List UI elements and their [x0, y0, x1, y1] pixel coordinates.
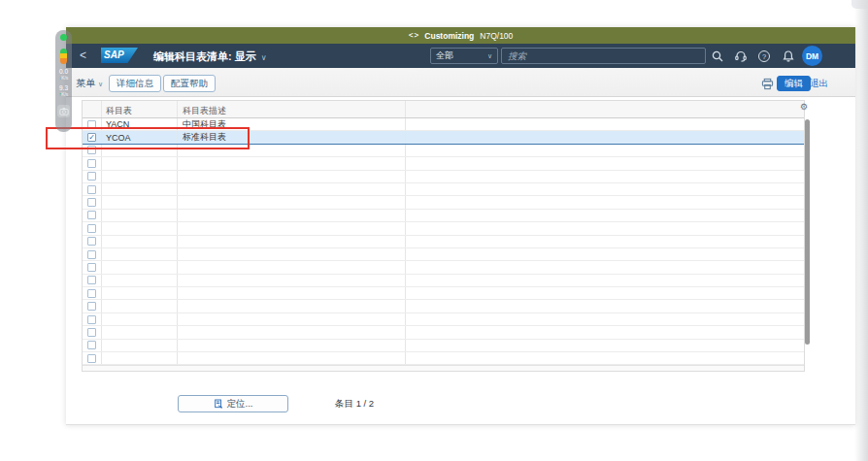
- user-avatar[interactable]: DM: [802, 46, 822, 66]
- table-row[interactable]: [83, 248, 804, 261]
- edit-button[interactable]: 编辑: [777, 76, 811, 91]
- bell-icon[interactable]: [782, 49, 795, 63]
- table-body: YACN中国科目表✓YCOA标准科目表: [83, 118, 804, 365]
- table-row[interactable]: [83, 287, 804, 300]
- row-checkbox[interactable]: [87, 354, 96, 363]
- row-checkbox[interactable]: [87, 146, 96, 154]
- table-row[interactable]: [83, 157, 804, 170]
- table-row[interactable]: YACN中国科目表: [83, 118, 804, 131]
- detail-info-button[interactable]: 详细信息: [109, 75, 161, 92]
- cell-description[interactable]: [178, 275, 406, 286]
- cell-description[interactable]: [178, 196, 406, 208]
- table-row[interactable]: ✓YCOA标准科目表: [83, 131, 804, 144]
- cell-chart-of-accounts[interactable]: [102, 145, 178, 156]
- cell-description[interactable]: 中国科目表: [178, 118, 406, 130]
- table-row[interactable]: [83, 300, 804, 313]
- cell-chart-of-accounts[interactable]: [102, 222, 178, 234]
- cell-description[interactable]: [178, 248, 406, 260]
- table-row[interactable]: [83, 222, 804, 235]
- cell-description[interactable]: [178, 326, 406, 338]
- cell-chart-of-accounts[interactable]: [102, 300, 178, 312]
- table-row[interactable]: [83, 275, 804, 287]
- camera-icon[interactable]: [57, 105, 70, 117]
- cell-description[interactable]: [178, 287, 406, 299]
- row-checkbox[interactable]: [87, 276, 96, 284]
- search-input[interactable]: [501, 48, 706, 64]
- config-help-button[interactable]: 配置帮助: [163, 75, 216, 92]
- cell-chart-of-accounts[interactable]: [102, 210, 178, 221]
- table-row[interactable]: [83, 352, 804, 365]
- cell-chart-of-accounts[interactable]: [102, 157, 178, 169]
- cell-description[interactable]: [178, 352, 406, 364]
- cell-description[interactable]: [178, 236, 406, 247]
- row-checkbox[interactable]: [87, 315, 96, 324]
- table-row[interactable]: [83, 183, 804, 196]
- back-button[interactable]: <: [80, 49, 86, 62]
- table-row[interactable]: [83, 326, 804, 339]
- table-row[interactable]: [83, 236, 804, 248]
- cell-chart-of-accounts[interactable]: [102, 171, 178, 182]
- table-row[interactable]: [83, 340, 804, 352]
- table-row[interactable]: [83, 196, 804, 209]
- row-checkbox[interactable]: [87, 250, 96, 259]
- row-checkbox[interactable]: [87, 341, 96, 349]
- cell-chart-of-accounts[interactable]: [102, 248, 178, 260]
- print-icon[interactable]: [761, 77, 774, 89]
- cell-description[interactable]: [178, 210, 406, 221]
- menu-dropdown[interactable]: 菜单∨: [76, 77, 103, 90]
- exit-button[interactable]: 退出: [810, 78, 828, 90]
- cell-chart-of-accounts[interactable]: YCOA: [102, 131, 178, 143]
- help-icon[interactable]: ?: [758, 50, 770, 62]
- row-checkbox[interactable]: [87, 328, 96, 337]
- row-checkbox[interactable]: [87, 224, 96, 233]
- cell-chart-of-accounts[interactable]: [102, 340, 178, 351]
- row-checkbox[interactable]: ✓: [87, 133, 96, 142]
- cell-chart-of-accounts[interactable]: [102, 236, 178, 247]
- system-id-label: N7Q/100: [480, 31, 513, 41]
- table-row[interactable]: [83, 145, 804, 157]
- row-checkbox[interactable]: [87, 237, 96, 246]
- row-checkbox[interactable]: [87, 211, 96, 219]
- cell-chart-of-accounts[interactable]: [102, 326, 178, 338]
- cell-chart-of-accounts[interactable]: [102, 183, 178, 195]
- table-row[interactable]: [83, 313, 804, 326]
- table-row[interactable]: [83, 210, 804, 222]
- cell-chart-of-accounts[interactable]: [102, 261, 178, 273]
- table-row[interactable]: [83, 171, 804, 183]
- cell-chart-of-accounts[interactable]: [102, 313, 178, 325]
- position-button[interactable]: 定位...: [178, 395, 288, 412]
- row-checkbox[interactable]: [87, 263, 96, 272]
- cell-description[interactable]: [178, 340, 406, 351]
- row-checkbox[interactable]: [87, 159, 96, 168]
- cell-chart-of-accounts[interactable]: [102, 287, 178, 299]
- row-checkbox[interactable]: [87, 198, 96, 207]
- search-scope-dropdown[interactable]: 全部 ∨: [430, 48, 498, 64]
- cell-description[interactable]: [178, 157, 406, 169]
- cell-filler: [406, 210, 804, 221]
- cell-filler: [406, 171, 804, 182]
- search-icon[interactable]: [711, 49, 724, 63]
- table-row[interactable]: [83, 261, 804, 274]
- cell-chart-of-accounts[interactable]: [102, 196, 178, 208]
- vertical-scrollbar[interactable]: [805, 119, 810, 345]
- cell-description[interactable]: [178, 313, 406, 325]
- cell-description[interactable]: [178, 183, 406, 195]
- cell-chart-of-accounts[interactable]: [102, 275, 178, 286]
- row-checkbox[interactable]: [87, 185, 96, 194]
- table-settings-gear-icon[interactable]: ⚙: [800, 102, 808, 112]
- headset-icon[interactable]: [734, 49, 748, 63]
- cell-filler: [406, 196, 804, 208]
- cell-description[interactable]: [178, 300, 406, 312]
- cell-description[interactable]: [178, 222, 406, 234]
- row-checkbox[interactable]: [87, 120, 96, 129]
- cell-description[interactable]: [178, 261, 406, 273]
- cell-description[interactable]: [178, 145, 406, 156]
- row-checkbox[interactable]: [87, 172, 96, 181]
- cell-description[interactable]: 标准科目表: [178, 131, 406, 143]
- cell-chart-of-accounts[interactable]: [102, 352, 178, 364]
- row-checkbox[interactable]: [87, 302, 96, 311]
- cell-chart-of-accounts[interactable]: YACN: [102, 118, 178, 130]
- cell-description[interactable]: [178, 171, 406, 182]
- page-title[interactable]: 编辑科目表清单: 显示∨: [153, 49, 267, 64]
- row-checkbox[interactable]: [87, 289, 96, 298]
